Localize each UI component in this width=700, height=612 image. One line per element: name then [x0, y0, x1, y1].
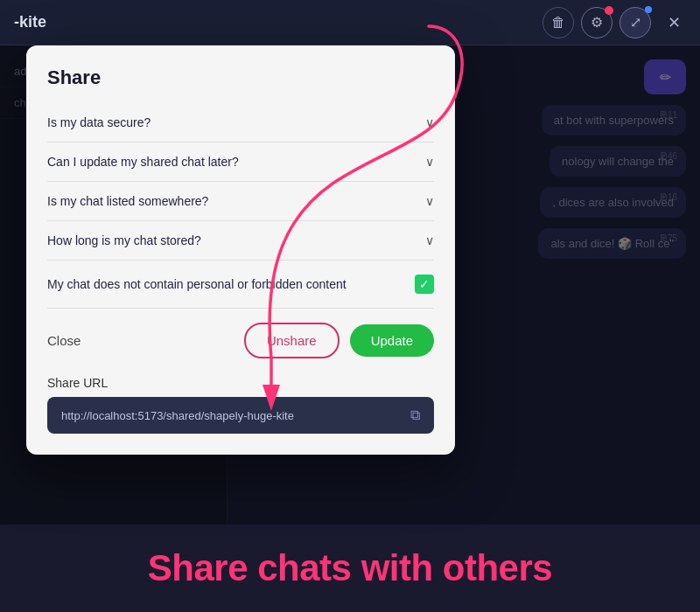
share-modal: Share Is my data secure? ∨ Can I update …	[26, 45, 455, 455]
close-button[interactable]: ✕	[662, 10, 686, 35]
share-dot	[645, 6, 652, 13]
notification-dot	[605, 6, 613, 15]
share-button[interactable]: ⤢	[620, 7, 651, 38]
copy-icon[interactable]: ⧉	[410, 407, 420, 423]
modal-title: Share	[47, 66, 434, 89]
checkbox-row: My chat does not contain personal or for…	[47, 261, 434, 309]
faq-item-listed[interactable]: Is my chat listed somewhere? ∨	[47, 182, 434, 221]
bottom-title: Share chats with others	[148, 547, 552, 589]
share-url-section: Share URL http://localhost:5173/shared/s…	[47, 376, 434, 434]
gear-button[interactable]: ⚙	[581, 7, 612, 38]
close-icon: ✕	[668, 13, 681, 32]
chevron-down-icon: ∨	[425, 194, 434, 208]
chevron-down-icon: ∨	[425, 115, 434, 129]
gear-icon: ⚙	[591, 14, 603, 31]
update-button[interactable]: Update	[350, 324, 434, 357]
chevron-down-icon: ∨	[425, 155, 434, 169]
close-label: Close	[47, 333, 234, 348]
faq-item-data-secure[interactable]: Is my data secure? ∨	[47, 103, 434, 143]
faq-label: Can I update my shared chat later?	[47, 155, 239, 169]
delete-button[interactable]: 🗑	[542, 7, 574, 38]
share-url-text: http://localhost:5173/shared/shapely-hug…	[61, 409, 400, 422]
faq-label: Is my data secure?	[47, 115, 150, 129]
faq-label: How long is my chat stored?	[47, 233, 201, 247]
faq-label: Is my chat listed somewhere?	[47, 194, 208, 208]
action-row: Close Unshare Update	[47, 309, 434, 372]
chevron-down-icon: ∨	[425, 233, 434, 247]
top-bar: -kite 🗑 ⚙ ⤢ ✕	[0, 0, 700, 45]
share-url-label: Share URL	[47, 376, 434, 390]
bottom-bar: Share chats with others	[0, 525, 700, 612]
faq-item-update[interactable]: Can I update my shared chat later? ∨	[47, 143, 434, 182]
share-icon: ⤢	[630, 14, 641, 31]
app-title: -kite	[14, 13, 46, 31]
unshare-button[interactable]: Unshare	[244, 323, 340, 358]
top-bar-actions: 🗑 ⚙ ⤢ ✕	[542, 7, 686, 38]
checkbox-input[interactable]: ✓	[415, 275, 434, 294]
delete-icon: 🗑	[551, 15, 565, 31]
share-url-input: http://localhost:5173/shared/shapely-hug…	[47, 397, 434, 434]
faq-item-stored[interactable]: How long is my chat stored? ∨	[47, 221, 434, 261]
checkbox-label: My chat does not contain personal or for…	[47, 277, 404, 291]
